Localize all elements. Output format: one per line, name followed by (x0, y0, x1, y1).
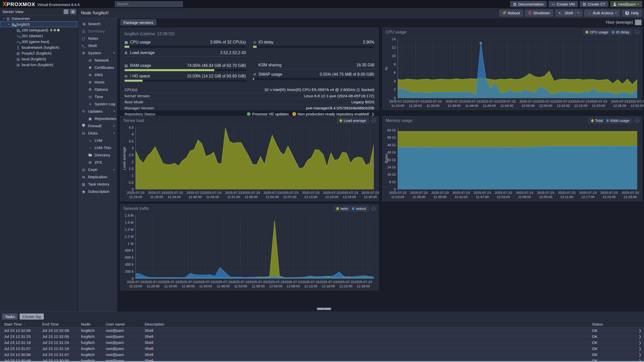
menu-item-hosts[interactable]: ⊕Hosts (78, 78, 117, 86)
tab-tasks[interactable]: Tasks (2, 313, 18, 320)
tree-item-local-lvm[interactable]: ▤local-lvm (furglitch) (0, 62, 77, 68)
reboot-button[interactable]: ↺ Reboot (499, 10, 523, 17)
column-header-node[interactable]: Node (77, 322, 102, 327)
menu-item-updates[interactable]: ↻Updates▾ (78, 108, 117, 115)
create-ct-button[interactable]: ▧ Create CT (580, 1, 608, 7)
menu-item-notes[interactable]: ▢Notes (78, 35, 117, 42)
collapse-icon[interactable]: – (372, 118, 376, 123)
menu-item-disks[interactable]: ⊟Disks▾ (78, 129, 117, 137)
horizontal-scrollbar[interactable] (0, 361, 644, 362)
panel-splitter-handle[interactable]: ▾ (317, 308, 331, 310)
svg-text:2025-07-23: 2025-07-23 (628, 100, 644, 103)
menu-item-lvm[interactable]: ▪LVM (78, 137, 117, 144)
tree-caret-icon[interactable]: ▾ (2, 17, 6, 20)
menu-item-options[interactable]: ⚙Options (78, 86, 117, 93)
menu-item-repositories[interactable]: ▣Repositories (78, 115, 117, 122)
square-icon: ▪ (88, 139, 93, 143)
shutdown-button[interactable]: Shutdown (525, 10, 553, 17)
chevron-right-icon[interactable]: ❯ (638, 353, 641, 357)
menu-item-replication[interactable]: ⇆Replication (78, 173, 117, 180)
column-header-description[interactable]: Description (141, 322, 588, 327)
legend-item-netin[interactable]: netin (336, 207, 348, 211)
menu-item-certificates[interactable]: ✱Certificates (78, 64, 117, 71)
create-vm-button[interactable]: ▭ Create VM (549, 1, 578, 7)
menu-item-lvm-thin[interactable]: ▫LVM-Thin (78, 144, 117, 151)
global-search-input[interactable] (115, 1, 183, 7)
table-row[interactable]: Jul 23 12:31:07Jul 23 12:31:16furglitchr… (0, 346, 644, 352)
table-row[interactable]: Jul 23 12:30:56Jul 23 12:31:07furglitchr… (0, 352, 644, 358)
column-header-user-name[interactable]: User name (102, 322, 141, 327)
legend-item-io-delay[interactable]: IO delay (612, 30, 629, 34)
legend-item-ram-usage[interactable]: RAM usage (606, 119, 629, 123)
menu-item-dns[interactable]: ⊕DNS (78, 71, 117, 78)
column-header-status[interactable]: Status (588, 322, 644, 327)
table-row[interactable]: Jul 23 12:30:49Jul 23 12:30:55furglitchr… (0, 358, 644, 361)
menu-item-label: Options (95, 87, 108, 92)
chevron-right-icon[interactable]: ❯ (638, 335, 641, 339)
table-row[interactable]: Jul 23 12:31:25Jul 23 12:32:05furglitchr… (0, 334, 644, 340)
chevron-right-icon[interactable]: ❯ (371, 112, 374, 116)
sort-desc-icon: ↓ (23, 322, 25, 326)
chevron-right-icon[interactable]: ❯ (638, 359, 641, 361)
documentation-button[interactable]: ▥ Documentation (510, 1, 547, 7)
svg-text:11:47:00: 11:47:00 (476, 195, 489, 199)
sidebar-square-button[interactable] (64, 9, 68, 14)
column-header-start-time[interactable]: Start Time↓ (0, 322, 38, 327)
server-view-select[interactable]: Server View (3, 10, 64, 14)
user-icon (613, 3, 616, 6)
shell-button[interactable]: >_ Shell ▾ (555, 10, 582, 17)
bulk-actions-button[interactable]: ⋮ Bulk Actions ▾ (584, 10, 620, 17)
table-row[interactable]: Jul 23 12:31:16Jul 23 12:31:24furglitchr… (0, 340, 644, 346)
tree-item-furglitch[interactable]: ▾▦✓furglitch (0, 21, 77, 27)
svg-text:3.5: 3.5 (129, 139, 134, 143)
tree-item-purplez[interactable]: ▤PurpleZ (furglitch) (0, 50, 77, 56)
svg-text:12:07:00: 12:07:00 (283, 195, 296, 199)
package-versions-button[interactable]: Package versions (120, 19, 156, 25)
svg-text:2025-07-23: 2025-07-23 (558, 191, 575, 195)
chevron-right-icon[interactable]: ❯ (638, 341, 641, 345)
help-button[interactable]: ? Help (622, 10, 642, 17)
tab-cluster-log[interactable]: Cluster log (20, 313, 44, 320)
collapse-icon[interactable]: – (372, 206, 376, 211)
chevron-right-icon[interactable]: ❯ (638, 329, 641, 333)
time-range-select[interactable] (635, 20, 641, 25)
table-row[interactable]: Jul 23 12:32:05Jul 23 12:32:09furglitchr… (0, 328, 644, 334)
menu-item-system-log[interactable]: ≡System Log (78, 100, 117, 108)
menu-item-directory[interactable]: Directory (78, 151, 117, 159)
menu-item-network[interactable]: ⇄Network (78, 57, 117, 64)
tree-item-localnetwork[interactable]: ⣿localnetwork (furglitch) (0, 44, 77, 50)
tree-caret-icon[interactable]: ▾ (7, 23, 11, 26)
kebab-icon: ⋮ (588, 11, 591, 15)
column-header-end-time[interactable]: End Time (38, 322, 77, 327)
menu-item-label: Subscription (88, 189, 109, 194)
legend-item-netout[interactable]: netout (352, 207, 366, 211)
menu-item-system[interactable]: ⚙System▾ (78, 49, 117, 57)
menu-item-zfs[interactable]: ⊞ZFS (78, 159, 117, 166)
menu-item-summary[interactable]: ▥Summary (78, 27, 117, 35)
tree-item-datacenter[interactable]: ▾▤Datacenter (0, 16, 77, 21)
menu-item-label: Notes (88, 36, 98, 41)
menu-item-task-history[interactable]: ▤Task History (78, 180, 117, 188)
legend-item-load-average[interactable]: Load average (340, 119, 366, 123)
svg-text:12:23:00: 12:23:00 (602, 195, 616, 199)
tree-item-100[interactable]: ▧▶100 (wireguard) (0, 27, 77, 33)
menu-item-ceph[interactable]: ◎Ceph▸ (78, 166, 117, 173)
tree-item-201[interactable]: ▭▶201 (docker) (0, 33, 77, 39)
menu-item-search[interactable]: Search (78, 20, 117, 27)
sidebar-gear-button[interactable]: ⚙ (70, 9, 76, 14)
collapse-icon[interactable]: – (635, 30, 639, 34)
legend-item-cpu-usage[interactable]: CPU usage (586, 30, 608, 34)
menu-item-firewall[interactable]: Firewall▸ (78, 122, 117, 129)
tree-item-local[interactable]: ▤local (furglitch) (0, 56, 77, 62)
user-menu-button[interactable]: root@pam ▾ (610, 1, 642, 7)
stat-label: / HD space (130, 74, 150, 78)
menu-item-shell[interactable]: >_Shell (78, 42, 117, 49)
status-value: OK (592, 340, 597, 345)
tree-item-300[interactable]: ▭▶300 (game-host) (0, 39, 77, 44)
collapse-icon[interactable]: – (635, 118, 639, 123)
chevron-right-icon[interactable]: ❯ (638, 347, 641, 351)
tree-item-label: localnetwork (furglitch) (22, 45, 59, 50)
legend-item-total[interactable]: Total (591, 119, 603, 123)
menu-item-time[interactable]: ◷Time (78, 93, 117, 100)
menu-item-subscription[interactable]: ◉Subscription (78, 188, 117, 195)
